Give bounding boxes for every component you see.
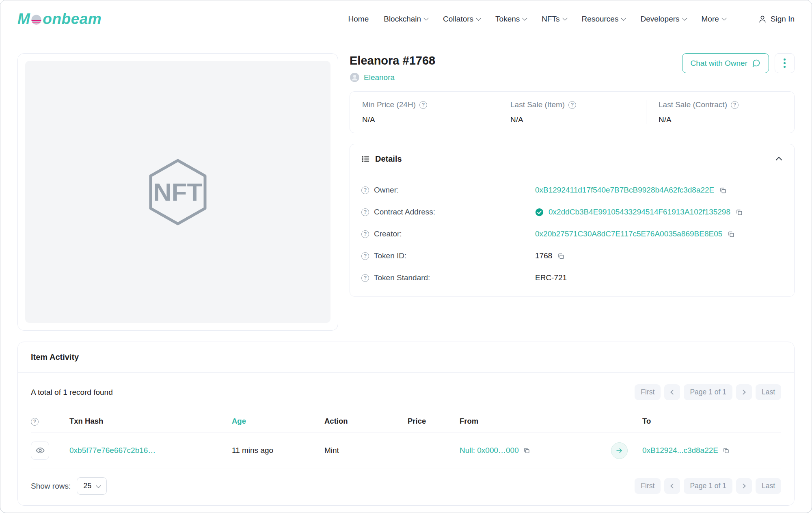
copy-icon	[735, 208, 743, 216]
help-icon[interactable]: ?	[361, 230, 369, 238]
title-row: Eleanora #1768 Eleanora Chat w	[350, 53, 795, 82]
activity-footer-row: Show rows: 25 First Page 1 of 1 Last	[31, 468, 781, 505]
pagination-prev-button[interactable]	[664, 478, 680, 494]
token-id-value: 1768	[535, 251, 552, 260]
rows-per-page-select[interactable]: 25	[77, 477, 107, 495]
creator-address-link[interactable]: 0x20b27571C30A8dC7E117c5E76A0035a869BE8E…	[535, 229, 722, 238]
copy-creator-button[interactable]	[727, 230, 735, 238]
nft-info-column: Eleanora #1768 Eleanora Chat w	[350, 53, 795, 331]
pagination-page-indicator: Page 1 of 1	[684, 384, 732, 400]
help-icon[interactable]: ?	[361, 186, 369, 194]
page: M onbeam Home Blockchain Collators	[0, 0, 812, 513]
copy-icon	[523, 447, 530, 454]
nav-label: More	[702, 15, 719, 24]
nav-item-tokens[interactable]: Tokens	[495, 15, 527, 24]
collapse-details-button[interactable]	[775, 154, 783, 165]
column-header-from: From	[460, 417, 642, 426]
detail-row-creator: ? Creator: 0x20b27571C30A8dC7E117c5E76A0…	[361, 223, 783, 245]
copy-icon	[727, 230, 735, 238]
copy-from-button[interactable]	[523, 447, 530, 454]
sign-in-button[interactable]: Sign In	[758, 15, 795, 24]
copy-owner-button[interactable]	[719, 186, 727, 194]
chevron-left-icon	[670, 390, 676, 395]
collection-avatar	[350, 72, 360, 82]
from-address-link[interactable]: Null: 0x000…000	[460, 446, 519, 455]
nav-item-resources[interactable]: Resources	[582, 15, 626, 24]
copy-icon	[557, 252, 565, 260]
copy-contract-button[interactable]	[735, 208, 743, 216]
nav-label: NFTs	[542, 15, 559, 24]
nav-item-developers[interactable]: Developers	[640, 15, 686, 24]
help-icon[interactable]: ?	[568, 101, 576, 109]
detail-label: Token ID:	[374, 251, 406, 260]
sign-in-label: Sign In	[771, 15, 795, 24]
transfer-direction-badge	[611, 442, 628, 459]
collection-name: Eleanora	[364, 73, 395, 82]
nav-label: Developers	[640, 15, 679, 24]
nav-item-nfts[interactable]: NFTs	[542, 15, 566, 24]
nft-hexagon-icon: NFT	[143, 158, 212, 227]
list-icon	[361, 155, 370, 163]
detail-row-contract: ? Contract Address: 0x2ddCb3B4E991054332…	[361, 201, 783, 223]
from-cell: Null: 0x000…000	[460, 442, 642, 459]
chevron-down-icon	[621, 15, 626, 21]
chevron-down-icon	[721, 15, 727, 21]
stat-last-sale-item: Last Sale (Item) ? N/A	[498, 100, 646, 124]
collection-link[interactable]: Eleanora	[350, 72, 435, 82]
view-transaction-button[interactable]	[31, 442, 49, 460]
rows-per-page-value: 25	[83, 482, 91, 490]
detail-row-token-standard: ? Token Standard: ERC-721	[361, 267, 783, 289]
page-title: Eleanora #1768	[350, 54, 435, 67]
help-icon[interactable]: ?	[731, 101, 739, 109]
chevron-right-icon	[741, 483, 746, 489]
help-icon[interactable]: ?	[361, 274, 369, 282]
show-rows-control: Show rows: 25	[31, 477, 107, 495]
help-icon[interactable]: ?	[419, 101, 427, 109]
nav-label: Resources	[582, 15, 619, 24]
nav-label: Home	[348, 15, 369, 24]
column-header-age[interactable]: Age	[232, 417, 324, 426]
pagination-last-button[interactable]: Last	[756, 384, 781, 400]
contract-address-link[interactable]: 0x2ddCb3B4E99105433294514F61913A102f1352…	[549, 208, 730, 216]
nft-image-placeholder: NFT	[25, 61, 330, 323]
main-nav: Home Blockchain Collators Tokens NFTs Re…	[348, 14, 795, 24]
pagination-first-button[interactable]: First	[635, 478, 661, 494]
detail-row-owner: ? Owner: 0xB1292411d17f540e7B7BcB9928b4A…	[361, 179, 783, 201]
to-address-link[interactable]: 0xB12924...c3d8a22E	[642, 446, 718, 455]
detail-row-token-id: ? Token ID: 1768	[361, 245, 783, 267]
moonbeam-logo[interactable]: M onbeam	[17, 11, 102, 28]
help-icon[interactable]: ?	[31, 418, 39, 426]
column-header-txn-hash: Txn Hash	[69, 417, 232, 426]
pagination-first-button[interactable]: First	[635, 384, 661, 400]
nav-item-more[interactable]: More	[702, 15, 726, 24]
column-header-price: Price	[408, 417, 460, 426]
stat-label: Last Sale (Item)	[510, 100, 565, 109]
eye-icon	[36, 446, 45, 455]
copy-token-id-button[interactable]	[557, 252, 565, 260]
nav-label: Collators	[443, 15, 473, 24]
detail-label: Owner:	[374, 186, 399, 195]
copy-to-button[interactable]	[722, 447, 730, 454]
chevron-down-icon	[562, 15, 568, 21]
nav-divider	[742, 14, 742, 24]
nav-item-blockchain[interactable]: Blockchain	[384, 15, 428, 24]
detail-label: Token Standard:	[374, 273, 430, 282]
pagination-prev-button[interactable]	[664, 384, 680, 400]
chevron-down-icon	[96, 483, 101, 488]
txn-hash-link[interactable]: 0xb5f77e76e667c2b16…	[69, 446, 155, 455]
chat-with-owner-button[interactable]: Chat with Owner	[682, 53, 769, 73]
help-icon[interactable]: ?	[361, 208, 369, 216]
help-icon[interactable]: ?	[361, 252, 369, 260]
chevron-right-icon	[741, 390, 746, 395]
pagination-next-button[interactable]	[736, 478, 752, 494]
table-row: 0xb5f77e76e667c2b16… 11 mins ago Mint Nu…	[31, 433, 781, 468]
nav-item-home[interactable]: Home	[348, 15, 369, 24]
nav-item-collators[interactable]: Collators	[443, 15, 480, 24]
detail-label: Creator:	[374, 229, 402, 238]
owner-address-link[interactable]: 0xB1292411d17f540e7B7BcB9928b4A62fc3d8a2…	[535, 186, 714, 195]
records-summary: A total of 1 record found	[31, 388, 113, 397]
more-options-button[interactable]	[775, 53, 795, 73]
pagination-next-button[interactable]	[736, 384, 752, 400]
to-cell: 0xB12924...c3d8a22E	[642, 446, 781, 455]
pagination-last-button[interactable]: Last	[756, 478, 781, 494]
